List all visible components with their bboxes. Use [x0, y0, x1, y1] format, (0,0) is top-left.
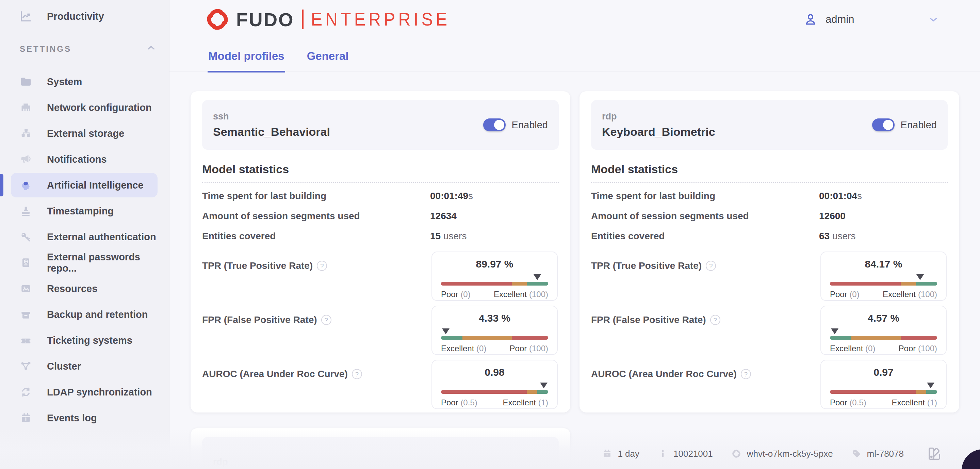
metric-label: FPR (False Positive Rate) [591, 315, 706, 325]
sidebar-item-label: Notifications [47, 154, 107, 165]
stat-unit: s [857, 191, 862, 201]
metric-row-fpr: FPR (False Positive Rate)? 4.57 % Excell… [591, 306, 948, 355]
folder-icon [19, 75, 33, 89]
sync-arrows-icon [19, 385, 33, 399]
footer-serial-text: whvt-o7km-ck5y-5pxe [747, 448, 833, 459]
protocol-label: rdp [602, 111, 715, 122]
gauge-value: 84.17 % [830, 258, 937, 270]
gauge-bar [441, 282, 548, 286]
calendar-icon [602, 448, 612, 459]
network-icon [19, 101, 33, 114]
gauge-scale-left: Poor [830, 289, 847, 299]
footer-serial: whvt-o7km-ck5y-5pxe [731, 448, 833, 459]
help-icon[interactable]: ? [321, 315, 331, 325]
gauge-bar [830, 390, 937, 394]
gauge-marker [442, 328, 450, 334]
stat-unit: users [443, 231, 466, 241]
sidebar-item-label: Backup and retention [47, 309, 148, 320]
cluster-nodes-icon [19, 359, 33, 373]
sidebar-item-timestamping[interactable]: Timestamping [0, 198, 169, 224]
user-menu[interactable]: admin [803, 10, 939, 29]
tab-general[interactable]: General [306, 50, 350, 73]
metrics-list: TPR (True Positive Rate)? 89.97 % Poor (… [202, 251, 559, 409]
sidebar-item-productivity[interactable]: Productivity [0, 5, 169, 27]
theme-swatch-icon[interactable] [926, 446, 942, 461]
sidebar-item-external-authentication[interactable]: External authentication [0, 224, 169, 250]
sidebar-section-settings[interactable]: SETTINGS [0, 40, 169, 59]
chart-line-icon [19, 10, 33, 23]
tab-model-profiles[interactable]: Model profiles [208, 50, 285, 73]
footer-build-text: 10021001 [673, 448, 713, 459]
footer-version-text: ml-78078 [867, 448, 904, 459]
sidebar-item-label: Resources [47, 283, 97, 294]
stat-row-segments: Amount of session segments used 12634 [202, 206, 559, 226]
chevron-up-icon [145, 42, 157, 56]
sidebar-item-label: Ticketing systems [47, 335, 132, 346]
metric-label: AUROC (Area Under Roc Curve) [202, 369, 348, 379]
model-card-keyboard-biometric: rdp Keyboard_Biometric Enabled Model sta… [579, 91, 959, 412]
sidebar-item-network-configuration[interactable]: Network configuration [0, 95, 169, 121]
fudo-knot-icon [204, 6, 231, 33]
chevron-down-icon [928, 14, 939, 25]
stat-row-segments: Amount of session segments used 12600 [591, 206, 948, 226]
tab-bar: Model profiles General [208, 50, 350, 73]
stat-value: 12600 [819, 211, 846, 221]
stats-list: Time spent for last building 00:01:04s A… [591, 186, 948, 246]
help-icon[interactable]: ? [741, 369, 751, 379]
footer-version: ml-78078 [851, 448, 904, 459]
enabled-toggle[interactable] [483, 118, 506, 131]
user-icon [803, 12, 818, 27]
auroc-gauge: 0.97 Poor (0.5)Excellent (1) [821, 360, 947, 409]
sidebar-item-events-log[interactable]: Events log [0, 405, 169, 431]
sidebar-item-label: Productivity [47, 11, 104, 22]
storage-boxes-icon [19, 127, 33, 140]
sidebar-item-label: External authentication [47, 231, 156, 243]
stat-label: Entities covered [202, 231, 430, 242]
sidebar-item-backup-and-retention[interactable]: Backup and retention [0, 302, 169, 328]
logo-divider [302, 10, 304, 29]
sidebar-item-label: Artificial Intelligence [47, 180, 143, 191]
metric-row-fpr: FPR (False Positive Rate)? 4.33 % Excell… [202, 306, 559, 355]
help-icon[interactable]: ? [706, 261, 716, 271]
sidebar-item-label: LDAP synchronization [47, 386, 152, 398]
stat-value: 15 [430, 231, 441, 241]
help-icon[interactable]: ? [710, 315, 721, 325]
sidebar-item-resources[interactable]: Resources [0, 276, 169, 302]
model-card-semantic-behavioral: ssh Semantic_Behavioral Enabled Model st… [191, 91, 570, 412]
gauge-scale-left: Excellent [830, 344, 863, 353]
fpr-gauge: 4.33 % Excellent (0)Poor (100) [431, 306, 558, 355]
model-statistics-title: Model statistics [591, 163, 948, 176]
tpr-gauge: 84.17 % Poor (0)Excellent (100) [821, 251, 947, 301]
sidebar-item-ticketing-systems[interactable]: Ticketing systems [0, 328, 169, 353]
enabled-toggle[interactable] [872, 118, 894, 131]
metric-row-auroc: AUROC (Area Under Roc Curve)? 0.98 Poor … [202, 360, 559, 409]
footer-uptime: 1 day [602, 448, 640, 459]
stat-label: Amount of session segments used [591, 211, 819, 221]
gauge-scale-left: Excellent [441, 344, 474, 353]
stat-unit: s [468, 191, 473, 201]
sidebar-item-label: Cluster [47, 361, 81, 372]
sidebar-item-external-storage[interactable]: External storage [0, 121, 169, 146]
model-card-header: ssh Semantic_Behavioral Enabled [202, 100, 559, 150]
help-icon[interactable]: ? [317, 261, 327, 271]
gauge-value: 0.98 [441, 367, 548, 378]
gauge-scale-right: Excellent [494, 289, 527, 299]
gauge-bar [830, 336, 937, 340]
gauge-bar [830, 282, 937, 286]
sidebar-item-system[interactable]: System [0, 69, 169, 95]
sidebar-item-notifications[interactable]: Notifications [0, 146, 169, 172]
gauge-marker [540, 383, 547, 388]
stat-row-entities: Entities covered 15 users [202, 226, 559, 246]
gauge-bar [441, 390, 548, 394]
model-statistics-title: Model statistics [202, 163, 559, 176]
sidebar-item-artificial-intelligence[interactable]: Artificial Intelligence [0, 172, 169, 198]
gauge-marker [533, 274, 541, 280]
sidebar-item-ldap-synchronization[interactable]: LDAP synchronization [0, 379, 169, 405]
gauge-value: 4.57 % [830, 312, 937, 324]
help-icon[interactable]: ? [352, 369, 362, 379]
image-icon [19, 282, 33, 296]
sidebar-item-cluster[interactable]: Cluster [0, 353, 169, 379]
sidebar-item-external-passwords-repo[interactable]: External passwords repo... [0, 250, 169, 276]
stat-label: Time spent for last building [202, 191, 430, 202]
passport-icon [19, 256, 33, 270]
